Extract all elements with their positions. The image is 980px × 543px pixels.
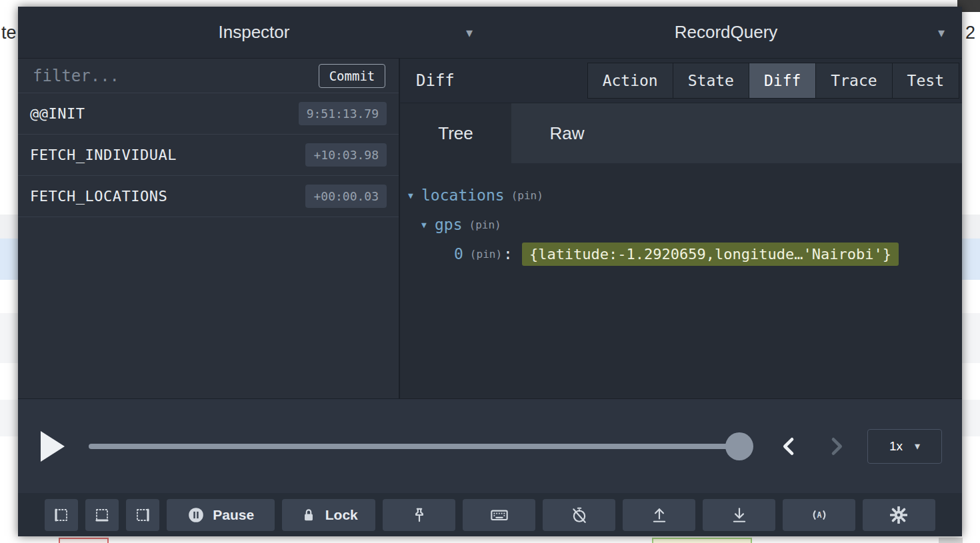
dock-bottom-icon	[94, 507, 110, 523]
action-name: @@INIT	[30, 105, 85, 122]
upload-state-button[interactable]	[623, 499, 695, 531]
pin-link[interactable]: (pin)	[469, 219, 501, 231]
action-name: FETCH_INDIVIDUAL	[30, 147, 177, 163]
lock-icon	[300, 506, 317, 524]
action-list-item[interactable]: FETCH_INDIVIDUAL +10:03.98	[18, 135, 399, 176]
tree-node-key[interactable]: gps	[435, 216, 463, 233]
step-forward-button[interactable]	[821, 431, 851, 462]
diff-tree-view: ▼ locations (pin) ▼ gps (pin) 0 (pin) : …	[400, 163, 962, 398]
upload-icon	[651, 506, 668, 524]
action-list-panel: Commit @@INIT 9:51:13.79 FETCH_INDIVIDUA…	[18, 59, 400, 398]
pin-link[interactable]: (pin)	[511, 189, 543, 202]
monitor-header: Inspector ▾ RecordQuery ▾	[18, 7, 962, 59]
devtools-main: Commit @@INIT 9:51:13.79 FETCH_INDIVIDUA…	[18, 59, 962, 398]
action-timestamp: 9:51:13.79	[299, 102, 387, 125]
monitor-select-inspector[interactable]: Inspector ▾	[18, 7, 490, 58]
timer-off-button[interactable]	[543, 499, 615, 531]
tab-test[interactable]: Test	[892, 63, 959, 99]
action-timestamp: +00:00.03	[305, 185, 387, 208]
action-name: FETCH_LOCATIONS	[30, 188, 167, 205]
action-list-item[interactable]: @@INIT 9:51:13.79	[18, 93, 399, 135]
subtab-tree[interactable]: Tree	[400, 103, 511, 163]
filter-input[interactable]	[31, 66, 319, 86]
chevron-left-icon	[779, 436, 800, 457]
background-page-fragment	[939, 538, 963, 543]
tree-node-key[interactable]: locations	[421, 187, 505, 204]
background-page-fragment	[59, 538, 109, 543]
pin-link[interactable]: (pin)	[470, 248, 502, 261]
pause-icon	[187, 506, 205, 524]
slider-track[interactable]	[89, 444, 753, 449]
dock-left-button[interactable]	[45, 499, 78, 531]
chevron-down-icon: ▾	[915, 440, 920, 452]
gear-icon	[890, 506, 907, 524]
tab-state[interactable]: State	[673, 63, 749, 99]
view-mode-tabs: Tree Raw	[400, 103, 962, 163]
devtools-toolbar: Pause Lock A	[18, 493, 962, 536]
slider-thumb[interactable]	[725, 432, 753, 460]
persist-pin-button[interactable]	[383, 499, 455, 531]
expand-arrow-icon[interactable]: ▼	[408, 191, 421, 201]
action-detail-panel: Diff Action State Diff Trace Test Tree R…	[400, 59, 962, 398]
playback-controls: 1x ▾	[18, 398, 962, 493]
dock-right-icon	[135, 507, 151, 523]
monitor-select-recordquery[interactable]: RecordQuery ▾	[490, 7, 962, 58]
background-page-text-left: te	[1, 23, 17, 43]
pin-icon	[411, 506, 428, 524]
keyboard-icon	[490, 506, 509, 524]
timeline-slider[interactable]	[89, 432, 753, 460]
tree-node-0: 0 (pin) : {latitude:-1.2920659,longitude…	[400, 239, 962, 269]
monitor-select-label: Inspector	[219, 22, 290, 43]
expand-arrow-icon[interactable]: ▼	[421, 220, 435, 230]
download-state-button[interactable]	[703, 499, 775, 531]
play-button[interactable]	[38, 430, 67, 463]
action-list-item[interactable]: FETCH_LOCATIONS +00:00.03	[18, 176, 399, 217]
tab-diff[interactable]: Diff	[749, 63, 816, 99]
lock-button-label: Lock	[325, 507, 358, 523]
chevron-down-icon: ▾	[466, 25, 473, 41]
key-value-separator: :	[503, 245, 513, 263]
detail-tabs: Action State Diff Trace Test	[588, 63, 959, 99]
chevron-down-icon: ▾	[938, 25, 945, 41]
action-timestamp: +10:03.98	[305, 143, 387, 167]
lock-changes-button[interactable]: Lock	[282, 499, 375, 531]
pause-recording-button[interactable]: Pause	[167, 499, 275, 531]
playback-speed-select[interactable]: 1x ▾	[867, 429, 942, 464]
svg-text:A: A	[817, 510, 821, 520]
dispatcher-keyboard-button[interactable]	[463, 499, 535, 531]
broadcast-icon: A	[810, 506, 829, 524]
tab-action[interactable]: Action	[587, 63, 673, 99]
redux-devtools-panel: Inspector ▾ RecordQuery ▾ Commit @@INIT …	[18, 7, 962, 536]
broadcast-button[interactable]: A	[783, 499, 855, 531]
play-icon	[41, 431, 65, 462]
tree-node-gps: ▼ gps (pin)	[400, 210, 962, 239]
timer-off-icon	[571, 506, 588, 524]
background-page-fragment	[652, 538, 752, 543]
background-page-text-right: 2	[965, 23, 975, 43]
pause-button-label: Pause	[213, 507, 254, 523]
settings-button[interactable]	[863, 499, 935, 531]
subtab-raw[interactable]: Raw	[511, 103, 623, 163]
download-icon	[731, 506, 748, 524]
dock-left-icon	[53, 507, 69, 523]
playback-speed-value: 1x	[889, 439, 903, 454]
monitor-select-label: RecordQuery	[675, 22, 778, 43]
diff-changed-value: {latitude:-1.2920659,longitude…'Nairobi'…	[522, 243, 899, 266]
detail-panel-title: Diff	[416, 71, 455, 90]
commit-button[interactable]: Commit	[319, 64, 385, 88]
dock-right-button[interactable]	[126, 499, 159, 531]
tree-node-key[interactable]: 0	[454, 245, 463, 263]
step-back-button[interactable]	[774, 431, 805, 462]
chevron-right-icon	[825, 436, 847, 457]
tab-trace[interactable]: Trace	[815, 63, 892, 99]
tree-node-locations: ▼ locations (pin)	[400, 181, 962, 210]
action-filter-row: Commit	[18, 59, 399, 93]
detail-tab-bar: Diff Action State Diff Trace Test	[400, 59, 962, 103]
dock-bottom-button[interactable]	[85, 499, 119, 531]
